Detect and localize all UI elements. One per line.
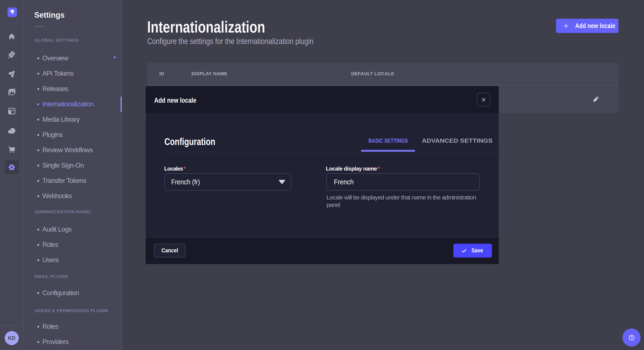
display-name-field-label: Locale display name*	[326, 166, 380, 172]
locales-field-label: Locales*	[164, 166, 186, 172]
required-asterisk: *	[377, 166, 380, 172]
modal-section-heading: Configuration	[164, 136, 215, 147]
active-tab-indicator	[361, 150, 415, 152]
tabs-divider	[164, 152, 499, 152]
locales-select[interactable]: French (fr)	[164, 173, 291, 190]
required-asterisk: *	[183, 166, 186, 172]
check-icon	[461, 248, 467, 253]
modal-header: Add new locale	[146, 86, 499, 114]
close-modal-button[interactable]	[477, 93, 490, 106]
cancel-button[interactable]: Cancel	[154, 244, 186, 257]
save-button[interactable]: Save	[454, 244, 492, 257]
add-locale-modal: Add new locale Configuration BASIC SETTI…	[146, 86, 499, 264]
modal-title: Add new locale	[154, 96, 196, 104]
display-name-help-text: Locale will be displayed under that name…	[326, 194, 488, 209]
locale-display-name-input[interactable]: French	[326, 173, 480, 190]
tab-basic-settings[interactable]: BASIC SETTINGS	[368, 138, 408, 144]
tab-advanced-settings[interactable]: ADVANCED SETTINGS	[422, 138, 492, 144]
caret-down-icon	[278, 180, 285, 184]
close-icon	[481, 97, 486, 102]
modal-footer: Cancel Save	[146, 237, 499, 264]
